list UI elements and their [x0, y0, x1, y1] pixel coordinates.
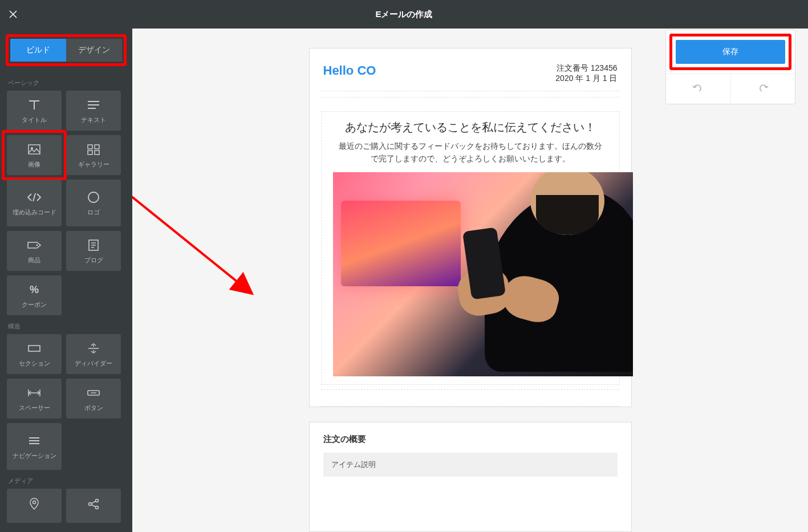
block-blog[interactable]: ブログ: [66, 231, 121, 271]
section-icon: [27, 343, 42, 354]
button-icon: [86, 389, 101, 397]
close-button[interactable]: [0, 10, 26, 19]
email-subtext: 最近のご購入に関するフィードバックをお待ちしております。ほんの数分で完了しますの…: [322, 140, 619, 172]
spacer-icon: [27, 388, 42, 398]
section-label-structure: 構造: [0, 315, 132, 334]
svg-rect-0: [29, 145, 40, 154]
embed-icon: [27, 192, 42, 202]
order-date: 2020 年 1 月 1 日: [555, 74, 617, 84]
section-label-media: メディア: [0, 470, 132, 489]
block-logo-label: ロゴ: [87, 209, 100, 216]
block-coupon-label: クーポン: [22, 301, 47, 308]
block-gallery[interactable]: ギャラリー: [66, 135, 121, 175]
redo-icon: [757, 83, 769, 92]
navigation-icon: [28, 436, 40, 445]
svg-rect-4: [88, 151, 92, 155]
save-button[interactable]: 保存: [676, 40, 785, 64]
block-product-label: 商品: [28, 257, 40, 264]
svg-point-6: [88, 192, 99, 202]
block-product[interactable]: 商品: [7, 231, 62, 271]
block-logo[interactable]: ロゴ: [66, 180, 121, 226]
actions-panel: 保存: [665, 30, 795, 104]
canvas: Hello CO 注文番号 123456 2020 年 1 月 1 日 あなたが…: [132, 29, 808, 532]
svg-point-12: [89, 503, 92, 506]
tabs-highlight: ビルド デザイン: [6, 34, 127, 66]
text-icon: [87, 100, 100, 110]
tab-build[interactable]: ビルド: [10, 39, 66, 62]
block-button-label: ボタン: [84, 404, 103, 412]
block-spacer[interactable]: スペーサー: [7, 379, 62, 419]
svg-point-11: [33, 501, 36, 504]
block-blog-label: ブログ: [84, 257, 103, 264]
block-embed[interactable]: 埋め込みコード: [7, 180, 62, 226]
order-summary-title: 注文の概要: [310, 423, 631, 453]
table-header: アイテム説明: [323, 453, 618, 477]
email-brand: Hello CO: [323, 63, 376, 84]
coupon-icon: %: [30, 282, 39, 298]
block-section-label: セクション: [19, 360, 50, 367]
gallery-icon: [87, 144, 100, 155]
dashed-gap: [321, 389, 620, 407]
divider-icon: [87, 343, 100, 354]
save-highlight: 保存: [669, 34, 791, 70]
svg-point-13: [96, 499, 99, 502]
svg-rect-2: [88, 145, 92, 149]
share-icon: [87, 498, 100, 510]
svg-rect-3: [95, 145, 99, 149]
sidebar: ビルド デザイン ベーシック タイトル テキスト 画像 ギャラリー: [0, 29, 132, 532]
blog-icon: [87, 239, 100, 251]
logo-icon: [87, 191, 100, 204]
email-hero-image[interactable]: [333, 172, 633, 376]
dashed-separator: [321, 91, 620, 98]
block-title-label: タイトル: [22, 116, 47, 124]
svg-rect-5: [95, 151, 99, 155]
redo-button[interactable]: [731, 74, 795, 104]
title-icon: [27, 99, 42, 111]
block-divider-label: ディバイダー: [75, 360, 112, 367]
undo-button[interactable]: [666, 74, 731, 104]
block-title[interactable]: タイトル: [7, 91, 62, 131]
block-embed-label: 埋め込みコード: [13, 209, 56, 216]
block-navigation-label: ナビゲーション: [13, 452, 56, 460]
undo-icon: [692, 83, 704, 92]
block-navigation[interactable]: ナビゲーション: [7, 423, 62, 470]
section-label-basic: ベーシック: [0, 72, 132, 91]
block-button[interactable]: ボタン: [66, 379, 121, 419]
image-icon: [27, 144, 41, 155]
annotation-arrow: [132, 137, 269, 308]
page-title: Eメールの作成: [375, 9, 432, 20]
block-section[interactable]: セクション: [7, 334, 62, 374]
email-order-meta: 注文番号 123456 2020 年 1 月 1 日: [555, 63, 617, 84]
top-bar: Eメールの作成: [0, 0, 808, 29]
block-image-label: 画像: [28, 161, 40, 168]
order-number: 注文番号 123456: [555, 63, 617, 74]
sidebar-tabs: ビルド デザイン: [10, 39, 122, 62]
block-media-1[interactable]: [7, 489, 62, 523]
block-text-label: テキスト: [81, 116, 106, 124]
tab-design[interactable]: デザイン: [66, 39, 122, 62]
product-icon: [27, 240, 42, 250]
svg-point-7: [36, 245, 38, 246]
svg-line-15: [132, 151, 252, 294]
block-image[interactable]: 画像: [7, 135, 62, 175]
block-gallery-label: ギャラリー: [78, 161, 109, 168]
block-coupon[interactable]: % クーポン: [7, 275, 62, 315]
svg-rect-9: [29, 346, 40, 351]
block-text[interactable]: テキスト: [66, 91, 121, 131]
pin-icon: [29, 498, 39, 510]
email-preview[interactable]: Hello CO 注文番号 123456 2020 年 1 月 1 日 あなたが…: [309, 48, 632, 532]
email-headline: あなたが考えていることを私に伝えてください！: [322, 117, 619, 140]
block-divider[interactable]: ディバイダー: [66, 334, 121, 374]
block-spacer-label: スペーサー: [19, 404, 50, 412]
close-icon: [9, 10, 18, 19]
block-media-2[interactable]: [66, 489, 121, 523]
svg-point-14: [96, 506, 99, 509]
